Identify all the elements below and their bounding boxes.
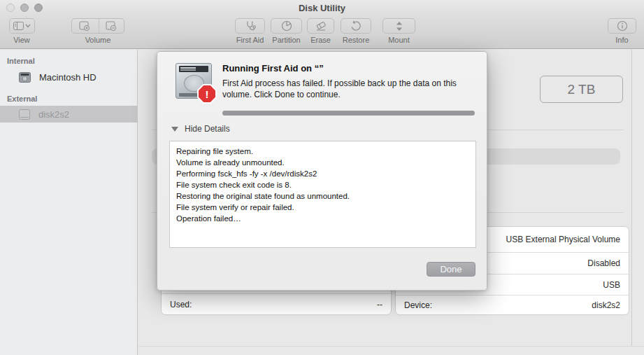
stethoscope-icon [245, 20, 256, 32]
row-label: Device: [404, 300, 432, 310]
window-title: Disk Utility [0, 3, 644, 13]
info-icon [617, 20, 628, 32]
external-disk-icon [19, 109, 30, 120]
titlebar: Disk Utility [0, 0, 644, 15]
row-value: -- [377, 300, 382, 309]
sidebar-panel-icon [13, 22, 24, 30]
first-aid-dialog: ! Running First Aid on “” First Aid proc… [157, 51, 487, 291]
add-volume-icon [79, 21, 90, 32]
log-line: File system verify or repair failed. [176, 202, 469, 213]
capacity-badge: 2 TB [540, 76, 623, 103]
mount-eject-icon [395, 21, 403, 32]
dialog-message: First Aid process has failed. If possibl… [222, 78, 475, 100]
dialog-title: Running First Aid on “” [222, 63, 324, 74]
erase-button[interactable] [307, 18, 334, 34]
table-row: Device: disk2s2 [396, 295, 629, 314]
add-volume-button[interactable] [72, 19, 97, 33]
done-button[interactable]: Done [427, 262, 475, 277]
sidebar-item-macintosh-hd[interactable]: Macintosh HD [0, 69, 138, 85]
progress-bar [222, 111, 475, 116]
view-button[interactable] [9, 18, 35, 34]
sidebar-item-label: Macintosh HD [39, 72, 96, 83]
log-line: Restoring the original state found as un… [176, 190, 469, 202]
sidebar-item-disk2s2[interactable]: disk2s2 [0, 106, 138, 123]
hide-details-toggle[interactable]: Hide Details [171, 124, 230, 134]
eraser-icon [315, 21, 327, 32]
remove-volume-button[interactable] [99, 19, 124, 33]
row-value: USB External Physical Volume [506, 235, 620, 244]
log-line: File system check exit code is 8. [176, 179, 469, 190]
row-value: disk2s2 [592, 300, 620, 310]
chevron-down-icon [25, 24, 31, 28]
restore-arrow-icon [350, 20, 362, 32]
mount-label: Mount [378, 36, 420, 44]
info-label: Info [601, 36, 643, 44]
bottom-divider [138, 346, 644, 347]
log-line: Operation failed… [176, 213, 469, 224]
volume-label: Volume [77, 36, 119, 44]
row-value: Disabled [587, 258, 620, 268]
error-badge-icon: ! [197, 84, 217, 104]
restore-label: Restore [335, 36, 377, 44]
partition-pie-icon [281, 20, 292, 32]
row-value: USB [603, 280, 620, 290]
log-line: Volume is already unmounted. [176, 157, 469, 168]
volume-control [71, 18, 124, 34]
first-aid-log: Repairing file system. Volume is already… [169, 141, 476, 248]
disclosure-triangle-icon [171, 127, 178, 132]
remove-volume-icon [106, 21, 117, 32]
internal-disk-icon [19, 72, 31, 83]
mount-button[interactable] [382, 18, 415, 34]
sidebar-item-label: disk2s2 [38, 109, 69, 120]
table-row: Used: -- [162, 293, 391, 314]
sidebar-section-external: External [7, 95, 37, 103]
restore-button[interactable] [341, 18, 371, 34]
content-right-edge [631, 50, 632, 347]
log-line: Performing fsck_hfs -fy -x /dev/rdisk2s2 [176, 168, 469, 179]
disk-utility-window: Disk Utility View [0, 0, 644, 355]
sidebar-section-internal: Internal [7, 57, 35, 65]
window-header: Disk Utility View [0, 0, 644, 49]
row-label: Used: [170, 300, 192, 309]
sidebar: Internal Macintosh HD External disk2s2 [0, 50, 138, 355]
info-button[interactable] [608, 18, 636, 34]
hide-details-label: Hide Details [185, 124, 230, 134]
log-line: Repairing file system. [176, 146, 469, 157]
partition-button[interactable] [271, 18, 302, 34]
view-label: View [6, 36, 38, 44]
hard-drive-warning-icon: ! [174, 62, 215, 102]
first-aid-button[interactable] [235, 18, 265, 34]
